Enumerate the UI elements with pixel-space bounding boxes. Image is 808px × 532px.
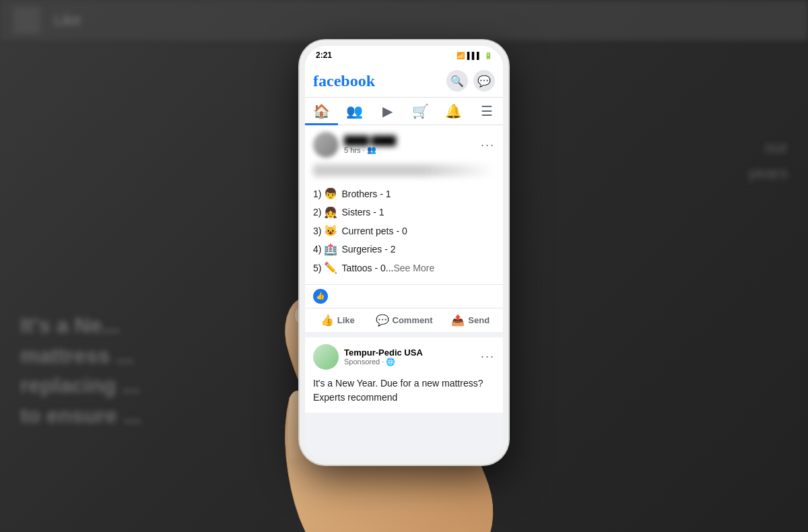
status-time: 2:21 <box>316 51 332 60</box>
sponsored-meta: Tempur-Pedic USA Sponsored · 🌐 <box>344 347 481 366</box>
post-blurred-text <box>313 164 495 176</box>
comment-button[interactable]: 💬 Comment <box>370 308 438 332</box>
list-item-5: 5) ✏️ Tattoos - 0... See More <box>313 259 495 277</box>
sisters-text: Sisters - 1 <box>341 205 384 220</box>
post-author-name: ████ ████ <box>344 135 481 145</box>
sponsored-name: Tempur-Pedic USA <box>344 347 481 358</box>
facebook-logo: facebook <box>313 72 375 90</box>
nav-friends[interactable]: 👥 <box>338 98 371 125</box>
status-icons: 📶 ▌▌▌ 🔋 <box>457 52 492 59</box>
post-reactions: 👍 <box>305 284 503 308</box>
fb-header: facebook 🔍 💬 <box>305 65 503 98</box>
scene: 2:21 📶 ▌▌▌ 🔋 facebook 🔍 <box>0 0 808 532</box>
send-icon: 📤 <box>451 314 465 327</box>
sponsored-more-button[interactable]: ··· <box>481 350 495 364</box>
privacy-icon: · <box>362 146 364 154</box>
messenger-icon: 💬 <box>477 75 491 88</box>
menu-icon: ☰ <box>481 103 493 119</box>
status-bar: 2:21 📶 ▌▌▌ 🔋 <box>305 46 503 65</box>
post-time: 5 hrs · 👥 <box>344 145 481 154</box>
home-icon: 🏠 <box>313 103 330 119</box>
sponsored-header: Tempur-Pedic USA Sponsored · 🌐 ··· <box>305 337 503 376</box>
brothers-text: Brothers - 1 <box>341 187 391 201</box>
nav-menu[interactable]: ☰ <box>470 98 503 125</box>
fb-nav: 🏠 👥 ▶ 🛒 🔔 ☰ <box>305 98 503 125</box>
surgeries-text: Surgeries - 2 <box>341 242 395 257</box>
pets-text: Current pets - 0 <box>341 224 407 238</box>
nav-home[interactable]: 🏠 <box>305 98 338 125</box>
signal-icon: ▌▌▌ <box>467 52 481 59</box>
post-content: 1) 👦 Brothers - 1 2) 👧 Sisters - 1 3) <box>305 182 503 284</box>
notifications-icon: 🔔 <box>445 103 462 119</box>
globe-icon: 🌐 <box>386 358 395 366</box>
header-icons: 🔍 💬 <box>446 70 495 92</box>
sponsored-card: Tempur-Pedic USA Sponsored · 🌐 ··· It's … <box>305 337 503 413</box>
phone: 2:21 📶 ▌▌▌ 🔋 facebook 🔍 <box>300 40 508 465</box>
privacy-friends-icon: 👥 <box>367 145 376 154</box>
sponsored-content: It's a New Year. Due for a new mattress?… <box>305 376 503 413</box>
like-button[interactable]: 👍 Like <box>305 308 370 332</box>
like-reaction: 👍 <box>313 289 328 304</box>
wifi-icon: 📶 <box>457 52 465 59</box>
list-item-2: 2) 👧 Sisters - 1 <box>313 203 495 222</box>
list-item-1: 1) 👦 Brothers - 1 <box>313 185 495 203</box>
list-item-3: 3) 😺 Current pets - 0 <box>313 222 495 240</box>
watch-icon: ▶ <box>382 103 393 119</box>
post-meta: ████ ████ 5 hrs · 👥 <box>344 135 481 154</box>
marketplace-icon: 🛒 <box>412 103 429 119</box>
send-button[interactable]: 📤 Send <box>438 308 503 332</box>
sponsored-label: Sponsored · 🌐 <box>344 358 481 366</box>
nav-watch[interactable]: ▶ <box>371 98 404 125</box>
tattoos-text: Tattoos - 0... <box>341 261 393 275</box>
comment-icon: 💬 <box>376 314 389 327</box>
nav-notifications[interactable]: 🔔 <box>437 98 470 125</box>
post-actions: 👍 Like 💬 Comment 📤 Send <box>305 308 503 332</box>
search-button[interactable]: 🔍 <box>446 70 468 92</box>
post-avatar <box>313 132 339 158</box>
friends-icon: 👥 <box>346 103 363 119</box>
like-icon: 👍 <box>321 314 334 327</box>
post-header: ████ ████ 5 hrs · 👥 ··· <box>305 125 503 164</box>
avatar-image <box>313 132 339 158</box>
phone-inner: 2:21 📶 ▌▌▌ 🔋 facebook 🔍 <box>305 46 503 459</box>
fb-feed: ████ ████ 5 hrs · 👥 ··· <box>305 125 503 459</box>
thumbs-up-icon: 👍 <box>316 292 325 300</box>
list-item-4: 4) 🏥 Surgeries - 2 <box>313 240 495 259</box>
battery-icon: 🔋 <box>484 52 492 59</box>
facebook-app: facebook 🔍 💬 🏠 <box>305 65 503 459</box>
nav-marketplace[interactable]: 🛒 <box>404 98 437 125</box>
post-card: ████ ████ 5 hrs · 👥 ··· <box>305 125 503 332</box>
messenger-button[interactable]: 💬 <box>473 70 495 92</box>
post-more-button[interactable]: ··· <box>481 138 495 152</box>
sponsored-avatar <box>313 344 339 370</box>
search-icon: 🔍 <box>450 75 464 88</box>
see-more-link[interactable]: See More <box>394 261 435 275</box>
